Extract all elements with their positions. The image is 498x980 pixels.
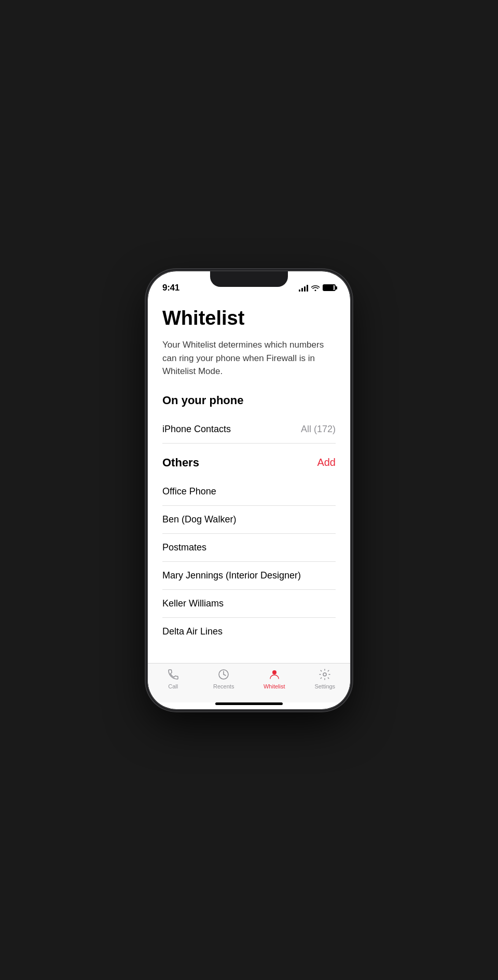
tab-settings[interactable]: Settings bbox=[300, 668, 351, 689]
status-icons bbox=[299, 284, 336, 292]
tab-bar: Call Recents Whitelist bbox=[148, 663, 350, 702]
phone-frame: 9:41 Whitelist bbox=[148, 271, 350, 709]
tab-settings-label: Settings bbox=[314, 683, 335, 689]
status-time: 9:41 bbox=[162, 283, 179, 293]
list-item[interactable]: Postmates bbox=[162, 534, 336, 562]
item-label: Postmates bbox=[162, 542, 206, 553]
others-list: Office Phone Ben (Dog Walker) Postmates … bbox=[162, 478, 336, 645]
main-content: Whitelist Your Whitelist determines whic… bbox=[148, 297, 350, 663]
on-your-phone-header: On your phone bbox=[162, 394, 336, 407]
item-label: Mary Jennings (Interior Designer) bbox=[162, 570, 301, 581]
phone-screen: 9:41 Whitelist bbox=[148, 271, 350, 709]
list-item[interactable]: Ben (Dog Walker) bbox=[162, 506, 336, 534]
notch bbox=[210, 271, 288, 287]
others-section-header: Others Add bbox=[162, 456, 336, 470]
add-button[interactable]: Add bbox=[317, 457, 336, 468]
tab-call-label: Call bbox=[168, 683, 178, 689]
item-label: Office Phone bbox=[162, 486, 216, 497]
list-item[interactable]: Office Phone bbox=[162, 478, 336, 506]
recents-icon bbox=[217, 668, 230, 681]
tab-whitelist-label: Whitelist bbox=[264, 683, 285, 689]
iphone-contacts-label: iPhone Contacts bbox=[162, 424, 231, 435]
call-icon bbox=[167, 668, 180, 681]
item-label: Keller Williams bbox=[162, 598, 224, 609]
item-label: Ben (Dog Walker) bbox=[162, 514, 236, 525]
home-indicator bbox=[215, 702, 283, 705]
wifi-icon bbox=[311, 285, 320, 291]
svg-point-1 bbox=[272, 670, 276, 674]
list-item[interactable]: Keller Williams bbox=[162, 590, 336, 618]
iphone-contacts-row[interactable]: iPhone Contacts All (172) bbox=[162, 416, 336, 444]
tab-whitelist[interactable]: Whitelist bbox=[249, 668, 300, 689]
iphone-contacts-value: All (172) bbox=[301, 424, 336, 435]
tab-recents[interactable]: Recents bbox=[199, 668, 250, 689]
settings-icon bbox=[318, 668, 331, 681]
page-description: Your Whitelist determines which numbers … bbox=[162, 338, 336, 378]
svg-point-2 bbox=[323, 673, 326, 676]
others-header: Others bbox=[162, 456, 199, 470]
signal-icon bbox=[299, 284, 308, 292]
tab-call[interactable]: Call bbox=[148, 668, 199, 689]
item-label: Delta Air Lines bbox=[162, 626, 223, 637]
tab-recents-label: Recents bbox=[213, 683, 234, 689]
page-title: Whitelist bbox=[162, 308, 336, 329]
list-item[interactable]: Mary Jennings (Interior Designer) bbox=[162, 562, 336, 590]
whitelist-icon bbox=[268, 668, 281, 681]
list-item[interactable]: Delta Air Lines bbox=[162, 618, 336, 645]
battery-icon bbox=[323, 284, 336, 291]
